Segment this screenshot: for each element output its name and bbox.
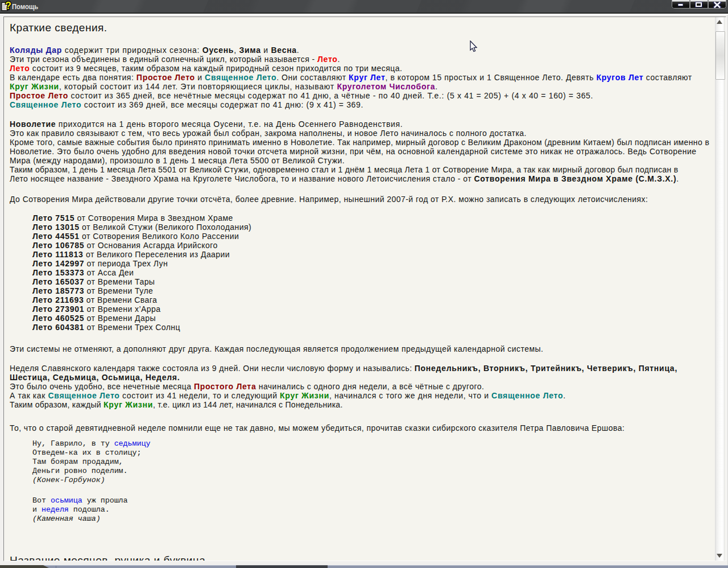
svg-text:?: ? bbox=[5, 1, 11, 11]
